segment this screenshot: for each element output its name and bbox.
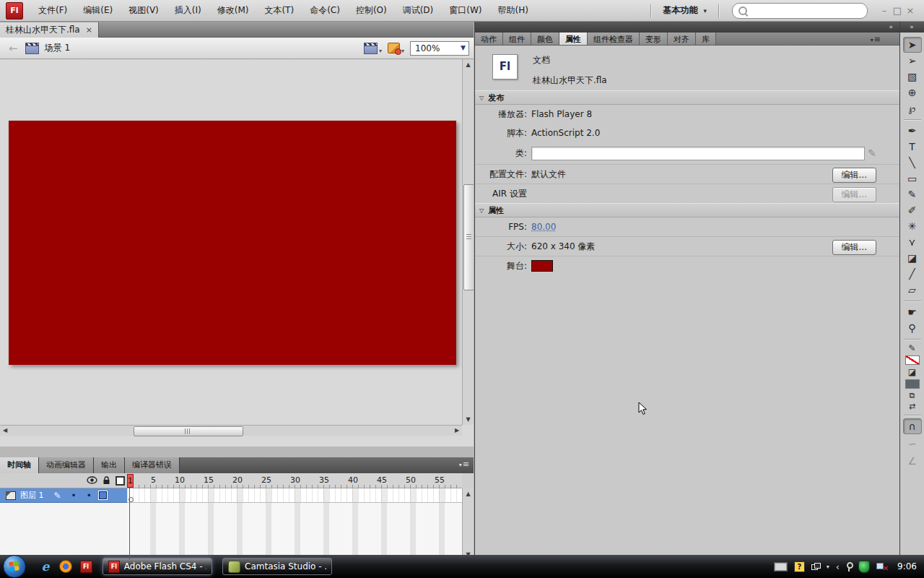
zoom-level-select[interactable]: 100% ▼ [410,41,469,56]
taskbar-button-flash[interactable]: Fl Adobe Flash CS4 - ... [103,558,212,575]
paint-bucket-tool-icon[interactable]: ◪ [903,250,922,266]
subselection-tool-icon[interactable]: ➢ [903,53,922,69]
edit-profile-button[interactable]: 编辑... [832,168,876,183]
internet-explorer-icon[interactable]: e [39,560,52,573]
tab-close-icon[interactable]: × [86,25,92,35]
firefox-icon[interactable] [59,560,72,573]
properties-section-header[interactable]: ▽ 属性 [475,203,899,217]
scroll-left-arrow-icon[interactable]: ◀ [0,426,10,435]
stroke-color-swatch[interactable] [905,355,920,365]
line-tool-icon[interactable]: ╲ [903,155,922,171]
brush-tool-icon[interactable]: ✐ [903,202,922,218]
straighten-icon[interactable]: ∠ [903,453,922,469]
show-hidden-icons-chevron[interactable]: ‹ [836,561,840,572]
publish-section-header[interactable]: ▽ 发布 [475,90,899,105]
search-input[interactable] [751,5,841,17]
deco-tool-icon[interactable]: ✳ [903,218,922,234]
menu-item[interactable]: 命令(C) [302,1,348,20]
menu-item[interactable]: 视图(V) [121,1,167,20]
panel-tab[interactable]: 属性 [559,33,588,45]
black-white-colors-icon[interactable]: ⧉ [903,390,922,401]
menu-item[interactable]: 文件(F) [30,1,75,20]
bone-tool-icon[interactable]: ⋎ [903,234,922,250]
layer-visibility-dot[interactable]: • [71,491,77,501]
panel-menu-icon[interactable]: ▾≡ [871,35,881,44]
restore-windows-icon[interactable] [811,563,820,570]
horizontal-scrollbar-thumb[interactable] [134,426,243,436]
text-tool-icon[interactable]: T [903,139,922,155]
smooth-icon[interactable]: ∽ [903,436,922,452]
pencil-edit-icon[interactable]: ✎ [868,147,876,159]
3d-rotation-tool-icon[interactable]: ⊕ [903,85,922,100]
menu-item[interactable]: 编辑(E) [75,1,121,20]
search-box[interactable] [732,3,868,19]
menu-item[interactable]: 帮助(H) [490,1,536,20]
timeline-tab[interactable]: 编译器错误 [125,457,180,473]
panel-tab[interactable]: 组件检查器 [588,33,640,45]
timeline-tab[interactable]: 输出 [94,457,125,473]
panel-tab[interactable]: 对齐 [668,33,696,45]
图层 1[interactable]: 图层 1 ✎ • • [0,488,127,503]
workspace-switcher[interactable]: 基本功能 ▾ [657,2,712,19]
frame-ruler[interactable]: 1 510152025303540455055 [127,473,462,488]
timeline-vertical-scrollbar[interactable]: ▲ ▼ [462,488,474,560]
lasso-tool-icon[interactable]: ℘ [903,100,922,116]
eyedropper-tool-icon[interactable]: ╱ [903,266,922,282]
scroll-up-arrow-icon[interactable]: ▲ [463,59,474,70]
panel-menu-icon[interactable]: ▾≡ [459,460,469,469]
layer-frames-row[interactable] [127,488,462,503]
document-tab[interactable]: 桂林山水甲天下.fla × [0,22,99,38]
panel-tab[interactable]: 动作 [475,33,503,45]
canvas-vertical-scrollbar[interactable]: ▲ ▼ [462,59,474,425]
edit-air-settings-button[interactable]: 编辑... [832,187,876,202]
rectangle-tool-icon[interactable]: ▭ [903,171,922,186]
antivirus-shield-icon[interactable] [858,561,870,573]
menu-item[interactable]: 调试(D) [395,1,442,20]
menu-item[interactable]: 插入(I) [167,1,209,20]
menu-item[interactable]: 修改(M) [209,1,257,20]
pen-tool-icon[interactable]: ✒ [903,123,922,139]
frames-grid[interactable] [127,488,462,560]
canvas-horizontal-scrollbar[interactable]: ◀ ▶ [0,425,462,436]
fill-color-swatch[interactable] [905,379,920,389]
scroll-up-arrow-icon[interactable]: ▲ [463,488,474,499]
playhead[interactable]: 1 [127,474,134,488]
edit-symbol-button[interactable] [388,43,400,53]
layer-lock-dot[interactable]: • [87,491,92,501]
swap-colors-icon[interactable]: ⇄ [903,401,922,412]
show-hide-layers-icon[interactable] [87,476,97,484]
panel-tab[interactable]: 颜色 [531,33,559,45]
timeline-tab[interactable]: 时间轴 [0,457,39,473]
minimize-button[interactable]: – [878,5,891,16]
pasteboard[interactable]: ▲ ▼ [0,59,474,447]
maximize-button[interactable]: □ [891,5,904,16]
start-button[interactable] [3,555,26,578]
snap-magnet-icon[interactable]: ∩ [903,418,922,434]
zoom-tool-icon[interactable]: ⚲ [903,320,922,336]
eraser-tool-icon[interactable]: ▱ [903,282,922,298]
ime-help-icon[interactable]: ? [794,561,805,572]
collapse-to-icons-button[interactable]: » [475,22,899,33]
lock-layers-icon[interactable] [103,476,110,485]
menu-item[interactable]: 文本(T) [256,1,302,20]
vertical-scrollbar-thumb[interactable] [463,184,474,290]
layer-outline-color-swatch[interactable] [99,491,107,499]
edit-scene-button[interactable] [364,43,378,54]
taskbar-button-camtasia[interactable]: Camtasia Studio - ... [222,558,332,575]
scroll-down-arrow-icon[interactable]: ▼ [463,414,474,425]
scroll-right-arrow-icon[interactable]: ▶ [452,426,462,435]
outline-layers-icon[interactable] [116,476,125,486]
document-class-input[interactable] [531,147,865,160]
panel-tab[interactable]: 组件 [503,33,531,45]
menu-item[interactable]: 窗口(W) [441,1,489,20]
fps-value-link[interactable]: 80.00 [531,222,556,232]
key-tray-icon[interactable] [846,562,852,571]
keyboard-layout-icon[interactable] [774,562,788,571]
stage-color-swatch[interactable] [531,260,553,272]
panel-tab[interactable]: 变形 [640,33,668,45]
stage[interactable] [9,121,456,365]
free-transform-tool-icon[interactable]: ▧ [903,69,922,85]
selection-tool-icon[interactable]: ➤ [903,37,922,53]
timeline-tab[interactable]: 动画编辑器 [39,457,94,473]
close-button[interactable]: × [904,5,917,16]
